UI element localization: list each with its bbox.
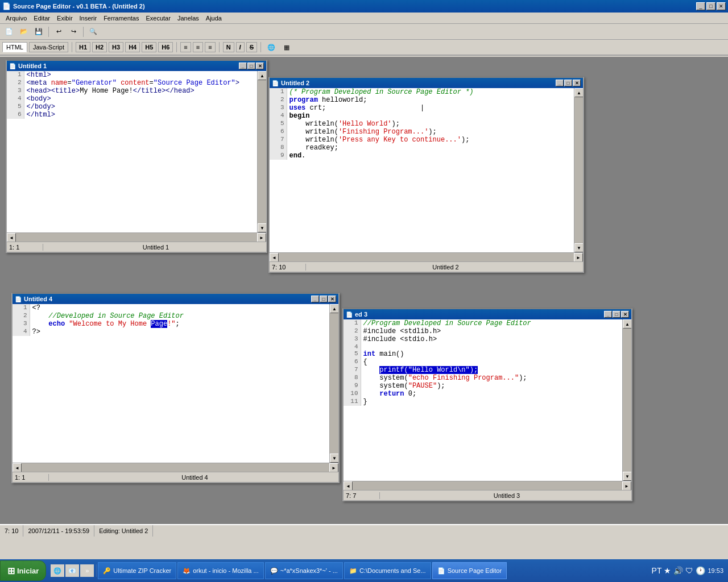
scrollbar-h-untitled1[interactable]: ◄ ► bbox=[7, 232, 266, 242]
scroll-track[interactable] bbox=[258, 80, 266, 223]
scroll-track-h[interactable] bbox=[22, 463, 329, 472]
taskbar-items: 🔑 Ultimate ZIP Cracker 🦊 orkut - inicio … bbox=[97, 561, 647, 580]
scroll-left-button[interactable]: ◄ bbox=[13, 463, 22, 472]
align-center-button[interactable]: ≡ bbox=[193, 42, 203, 52]
scroll-left-button[interactable]: ◄ bbox=[344, 481, 353, 490]
start-button[interactable]: ⊞ Iniciar bbox=[0, 560, 46, 581]
scrollbar-h-untitled3[interactable]: ◄ ► bbox=[344, 481, 631, 490]
scroll-track[interactable] bbox=[330, 313, 338, 454]
scrollbar-v-untitled1[interactable]: ▲ ▼ bbox=[257, 71, 266, 232]
table-button[interactable]: ▦ bbox=[280, 41, 293, 53]
scroll-up-button[interactable]: ▲ bbox=[623, 319, 631, 329]
normal-style-button[interactable]: N bbox=[223, 42, 234, 52]
window-untitled2-maximize[interactable]: □ bbox=[564, 80, 572, 86]
scroll-right-button[interactable]: ► bbox=[574, 253, 583, 262]
window-untitled1-titlebar[interactable]: 📄 Untitled 1 _ □ ✕ bbox=[7, 61, 266, 71]
scroll-up-button[interactable]: ▲ bbox=[330, 304, 338, 313]
heading2-button[interactable]: H2 bbox=[92, 42, 107, 52]
window-untitled4-minimize[interactable]: _ bbox=[311, 296, 319, 302]
italic-button[interactable]: I bbox=[236, 42, 245, 52]
menu-executar[interactable]: Executar bbox=[142, 14, 173, 23]
scroll-down-button[interactable]: ▼ bbox=[574, 243, 583, 252]
table-row: 8 readkey; bbox=[270, 144, 574, 152]
heading4-button[interactable]: H4 bbox=[125, 42, 140, 52]
scrollbar-v-untitled3[interactable]: ▲ ▼ bbox=[622, 319, 631, 481]
window-untitled2-titlebar[interactable]: 📄 Untitled 2 _ □ ✕ bbox=[270, 78, 583, 88]
scroll-down-button[interactable]: ▼ bbox=[258, 223, 266, 232]
scrollbar-h-untitled4[interactable]: ◄ ► bbox=[13, 463, 338, 472]
menu-ajuda[interactable]: Ajuda bbox=[202, 14, 225, 23]
scroll-down-button[interactable]: ▼ bbox=[623, 472, 631, 481]
window-untitled2-close[interactable]: ✕ bbox=[573, 80, 581, 86]
globe-button[interactable]: 🌐 bbox=[264, 41, 278, 53]
scroll-track-h[interactable] bbox=[279, 253, 574, 261]
window-untitled2-icon: 📄 bbox=[272, 80, 279, 86]
align-left-button[interactable]: ≡ bbox=[180, 42, 191, 52]
close-button[interactable]: ✕ bbox=[717, 2, 726, 10]
window-untitled1-minimize[interactable]: _ bbox=[239, 63, 247, 69]
menu-janelas[interactable]: Janelas bbox=[174, 14, 202, 23]
align-right-button[interactable]: ≡ bbox=[205, 42, 215, 52]
window-untitled1-close[interactable]: ✕ bbox=[256, 63, 264, 69]
heading3-button[interactable]: H3 bbox=[109, 42, 123, 52]
tab-javascript[interactable]: Java-Script bbox=[29, 42, 68, 52]
minimize-button[interactable]: _ bbox=[696, 2, 705, 10]
window-untitled4-maximize[interactable]: □ bbox=[320, 296, 328, 302]
scroll-right-button[interactable]: ► bbox=[257, 233, 266, 242]
heading6-button[interactable]: H6 bbox=[158, 42, 173, 52]
quick-mail-icon[interactable]: 📧 bbox=[65, 564, 79, 577]
maximize-button[interactable]: □ bbox=[706, 2, 715, 10]
window-untitled3-titlebar[interactable]: 📄 ed 3 _ □ ✕ bbox=[344, 309, 631, 319]
save-file-button[interactable]: 💾 bbox=[32, 26, 46, 38]
table-row: 9end. bbox=[270, 152, 574, 160]
quick-arrow-icon[interactable]: » bbox=[80, 564, 94, 577]
status-pos-untitled1: 1: 1 bbox=[9, 244, 43, 251]
menu-arquivo[interactable]: Arquivo bbox=[2, 14, 30, 23]
toolbar-row1: 📄 📂 💾 ↩ ↪ 🔍 bbox=[0, 24, 728, 40]
new-file-button[interactable]: 📄 bbox=[2, 26, 16, 38]
menu-ferramentas[interactable]: Ferramentas bbox=[100, 14, 142, 23]
redo-button[interactable]: ↪ bbox=[67, 26, 80, 38]
heading5-button[interactable]: H5 bbox=[142, 42, 156, 52]
scrollbar-h-untitled2[interactable]: ◄ ► bbox=[270, 252, 583, 261]
quick-launch: 🌐 📧 » bbox=[48, 564, 97, 577]
taskbar-item-orkut[interactable]: 🦊 orkut - inicio - Mozilla ... bbox=[177, 562, 264, 579]
window-untitled3-close[interactable]: ✕ bbox=[621, 311, 629, 318]
quick-browser-icon[interactable]: 🌐 bbox=[51, 564, 64, 577]
scrollbar-v-untitled2[interactable]: ▲ ▼ bbox=[574, 88, 583, 252]
code-table-untitled2: 1(* Program Developed in Source Page Edi… bbox=[270, 88, 574, 160]
scroll-left-button[interactable]: ◄ bbox=[270, 253, 279, 262]
strikethrough-button[interactable]: S bbox=[246, 42, 257, 52]
windows-logo-icon: ⊞ bbox=[7, 566, 15, 576]
taskbar-item-sourcepage[interactable]: 📄 Source Page Editor bbox=[432, 562, 507, 579]
window-untitled3-maximize[interactable]: □ bbox=[613, 311, 621, 318]
menu-exibir[interactable]: Exibir bbox=[53, 14, 76, 23]
scroll-right-button[interactable]: ► bbox=[329, 463, 338, 472]
scroll-up-button[interactable]: ▲ bbox=[574, 88, 583, 97]
scroll-down-button[interactable]: ▼ bbox=[330, 454, 338, 463]
table-row: 3#include <stdio.h> bbox=[344, 335, 622, 343]
window-untitled1-maximize[interactable]: □ bbox=[247, 63, 255, 69]
scroll-track[interactable] bbox=[574, 97, 583, 243]
search-button[interactable]: 🔍 bbox=[86, 26, 100, 38]
scroll-right-button[interactable]: ► bbox=[622, 481, 631, 490]
window-untitled4-close[interactable]: ✕ bbox=[328, 296, 336, 302]
heading1-button[interactable]: H1 bbox=[76, 42, 90, 52]
scroll-track-h[interactable] bbox=[353, 481, 622, 490]
tab-html[interactable]: HTML bbox=[2, 42, 27, 52]
taskbar-item-snake[interactable]: 💬 ~*a*xSnakex3*~' - ... bbox=[265, 562, 343, 579]
window-untitled4-titlebar[interactable]: 📄 Untitled 4 _ □ ✕ bbox=[13, 294, 338, 304]
undo-button[interactable]: ↩ bbox=[52, 26, 65, 38]
taskbar-item-cracker[interactable]: 🔑 Ultimate ZIP Cracker bbox=[98, 562, 176, 579]
menu-inserir[interactable]: Inserir bbox=[76, 14, 101, 23]
window-untitled3-minimize[interactable]: _ bbox=[604, 311, 612, 318]
scroll-track-h[interactable] bbox=[16, 233, 257, 242]
window-untitled2-minimize[interactable]: _ bbox=[556, 80, 564, 86]
open-file-button[interactable]: 📂 bbox=[17, 26, 31, 38]
scroll-left-button[interactable]: ◄ bbox=[7, 233, 16, 242]
menu-editar[interactable]: Editar bbox=[30, 14, 53, 23]
taskbar-item-docs[interactable]: 📁 C:\Documents and Se... bbox=[344, 562, 431, 579]
scrollbar-v-untitled4[interactable]: ▲ ▼ bbox=[329, 304, 338, 463]
scroll-track[interactable] bbox=[623, 329, 631, 472]
scroll-up-button[interactable]: ▲ bbox=[258, 71, 266, 80]
